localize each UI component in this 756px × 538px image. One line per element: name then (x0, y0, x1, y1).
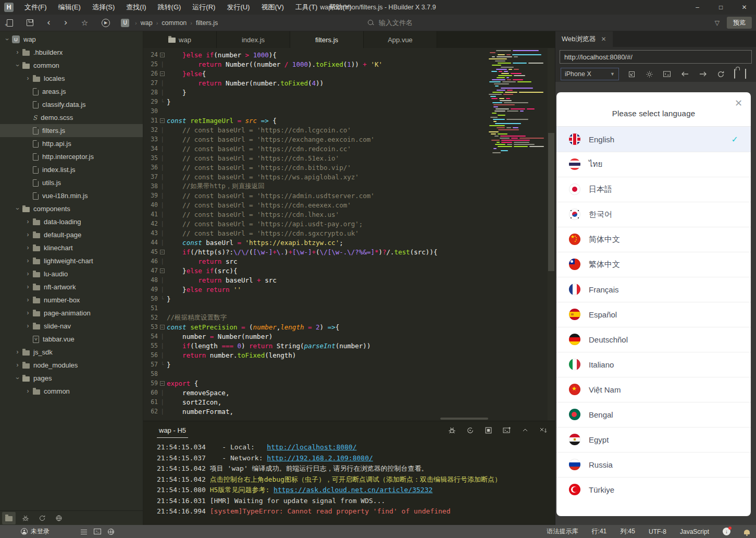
tree-item-wap[interactable]: ›Uwap (0, 33, 143, 46)
terminal-icon[interactable]: >_ (94, 529, 101, 534)
stop-button[interactable] (485, 426, 492, 434)
chevron-right-icon[interactable]: › (14, 348, 21, 356)
chevron-right-icon[interactable]: › (24, 309, 32, 317)
browser-settings-button[interactable] (646, 70, 653, 78)
chevron-down-icon[interactable]: › (14, 374, 21, 382)
tree-item-tabbar.vue[interactable]: Vtabbar.vue (0, 333, 143, 346)
browser-tab[interactable]: Web浏览器 ✕ (555, 31, 613, 47)
fold-marker[interactable]: − (158, 71, 167, 76)
new-file-button[interactable]: + (0, 15, 20, 31)
fold-marker[interactable]: − (158, 381, 167, 386)
menu-item-S[interactable]: 选择(S) (86, 0, 120, 15)
debug-panel-tab[interactable] (19, 512, 32, 524)
language-option-tr[interactable]: Türkiye (556, 477, 751, 502)
language-option-vn[interactable]: Việt Nam (556, 377, 751, 402)
fold-marker[interactable]: − (158, 325, 167, 329)
language-option-cn[interactable]: 简体中文 (556, 227, 751, 252)
chevron-down-icon[interactable]: › (14, 205, 21, 213)
tree-item-areas.js[interactable]: areas.js (0, 85, 143, 98)
language-option-jp[interactable]: 日本語 (556, 177, 751, 202)
save-button[interactable] (20, 15, 40, 31)
language-option-ru[interactable]: Russia (556, 452, 751, 477)
chevron-right-icon[interactable]: › (14, 48, 21, 56)
chevron-right-icon[interactable]: › (24, 75, 32, 82)
minimize-button[interactable]: – (686, 0, 709, 15)
menu-item-I[interactable]: 查找(I) (120, 0, 152, 15)
encoding-status[interactable]: UTF-8 (649, 528, 666, 535)
fold-box-icon[interactable]: − (160, 268, 165, 273)
menu-item-R[interactable]: 运行(R) (187, 0, 221, 15)
cursor-col[interactable]: 列:45 (620, 527, 635, 536)
close-browser-tab-icon[interactable]: ✕ (601, 35, 606, 43)
menu-item-G[interactable]: 跳转(G) (152, 0, 187, 15)
tree-item-nft-artwork[interactable]: ›nft-artwork (0, 280, 143, 294)
language-option-fr[interactable]: Français (556, 277, 751, 302)
tree-item-lu-audio[interactable]: ›lu-audio (0, 267, 143, 280)
language-option-kr[interactable]: 한국어 (556, 202, 751, 227)
menu-item-U[interactable]: 发行(U) (221, 0, 255, 15)
fold-box-icon[interactable]: − (160, 118, 165, 123)
chevron-right-icon[interactable]: › (24, 387, 32, 395)
language-option-tw[interactable]: 繁体中文 (556, 252, 751, 277)
chevron-down-icon[interactable]: › (14, 62, 21, 69)
tree-item-page-animation[interactable]: ›page-animation (0, 307, 143, 320)
web-service-icon[interactable] (108, 529, 114, 535)
chevron-right-icon[interactable]: › (24, 296, 32, 304)
syntax-lib-status[interactable]: 语法提示库 (547, 527, 578, 536)
project-manager-tab[interactable] (2, 512, 16, 524)
browser-lock-button[interactable] (734, 69, 735, 79)
scrollbar-thumb[interactable] (548, 133, 554, 271)
restart-button[interactable] (466, 426, 474, 434)
url-input[interactable]: http://localhost:8080/#/ (560, 50, 752, 64)
tree-item-.hbuilderx[interactable]: ›.hbuilderx (0, 46, 143, 59)
tab-filters.js[interactable]: filters.js (290, 31, 364, 48)
console-link[interactable]: http://localhost:8080/ (267, 443, 356, 451)
console-link[interactable]: http://192.168.2.109:8080/ (267, 454, 373, 462)
file-search[interactable]: 输入文件名 (367, 18, 413, 28)
breadcrumb-item[interactable]: common (162, 19, 187, 27)
language-mode[interactable]: JavaScript (680, 528, 709, 535)
tree-item-utils.js[interactable]: utils.js (0, 176, 143, 189)
browser-back-button[interactable] (681, 71, 689, 77)
bell-icon[interactable] (744, 530, 750, 534)
close-console-button[interactable] (539, 426, 548, 434)
language-option-bd[interactable]: Bengal (556, 402, 751, 427)
fold-marker[interactable]: − (158, 268, 167, 273)
tree-item-locales[interactable]: ›locales (0, 72, 143, 85)
editor-vertical-scrollbar[interactable] (548, 48, 555, 421)
tree-item-classify.data.js[interactable]: classify.data.js (0, 98, 143, 111)
login-status[interactable]: 未登录 (21, 527, 49, 536)
fold-box-icon[interactable]: − (160, 325, 165, 329)
tree-item-common[interactable]: ›common (0, 385, 143, 398)
browser-console-button[interactable] (663, 70, 671, 78)
fold-marker[interactable]: − (158, 118, 167, 123)
maximize-button[interactable]: □ (709, 0, 733, 15)
browser-forward-button[interactable] (699, 71, 707, 77)
tree-item-number-box[interactable]: ›number-box (0, 294, 143, 307)
tree-item-http.interceptor.js[interactable]: http.interceptor.js (0, 150, 143, 163)
code-editor[interactable]: 24− }else if(number > 1000){25│ return N… (143, 48, 555, 421)
language-option-es[interactable]: Español (556, 302, 751, 327)
chevron-right-icon[interactable]: › (24, 270, 32, 278)
modal-close-icon[interactable]: ✕ (735, 99, 742, 108)
outline-icon[interactable] (81, 529, 87, 534)
tree-item-vue-i18n.min.js[interactable]: vue-i18n.min.js (0, 189, 143, 202)
chevron-right-icon[interactable]: › (24, 322, 32, 330)
language-option-de[interactable]: Deutschñol (556, 327, 751, 352)
tree-item-lightweight-chart[interactable]: ›lightweight-chart (0, 254, 143, 267)
language-option-it[interactable]: Italiano (556, 352, 751, 377)
debug-button[interactable] (448, 426, 456, 434)
menu-item-E[interactable]: 编辑(E) (53, 0, 86, 15)
tree-item-default-page[interactable]: ›default-page (0, 228, 143, 241)
fold-box-icon[interactable]: − (160, 53, 165, 57)
breadcrumb-item[interactable]: filters.js (196, 19, 218, 27)
fold-box-icon[interactable]: − (160, 250, 165, 254)
tree-item-http.api.js[interactable]: http.api.js (0, 137, 143, 150)
preview-button[interactable]: 预览 (727, 17, 752, 29)
cursor-line[interactable]: 行:41 (592, 527, 607, 536)
chevron-right-icon[interactable]: › (24, 283, 32, 291)
tree-item-klinechart[interactable]: ›klinechart (0, 241, 143, 254)
tree-item-js_sdk[interactable]: ›js_sdk (0, 346, 143, 359)
tree-item-pages[interactable]: ›pages (0, 372, 143, 385)
collapse-console-button[interactable] (522, 426, 529, 434)
